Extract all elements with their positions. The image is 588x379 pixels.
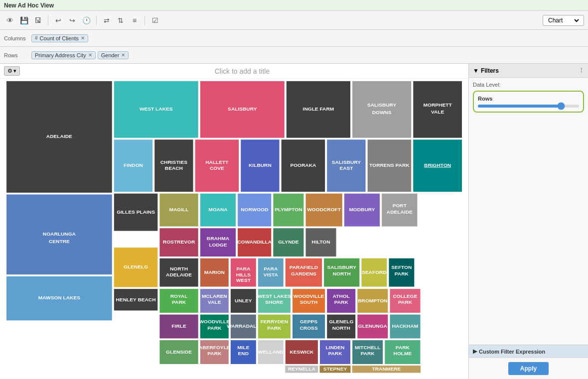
svg-rect-16	[154, 139, 193, 192]
check-icon[interactable]: ☑	[149, 14, 161, 26]
gear-icon: ⚙	[7, 68, 12, 74]
svg-rect-143	[258, 340, 284, 365]
count-clients-tag[interactable]: # Count of Clients ✕	[31, 34, 88, 42]
gender-label: Gender	[101, 52, 120, 58]
svg-rect-140	[230, 340, 257, 365]
svg-rect-22	[240, 139, 280, 192]
svg-rect-11	[413, 81, 462, 138]
columns-bar: Columns # Count of Clients ✕	[0, 30, 588, 47]
switch-icon[interactable]: ⇄	[101, 14, 113, 26]
svg-rect-31	[413, 139, 462, 192]
svg-rect-125	[292, 314, 325, 339]
toolbar: 👁 💾 🖫 ↩ ↪ 🕐 ⇄ ⇅ ≡ ☑ Chart Table Crosstab	[0, 11, 588, 30]
svg-rect-2	[114, 81, 199, 138]
svg-rect-83	[323, 258, 360, 287]
save-icon[interactable]: 💾	[18, 14, 30, 26]
count-clients-close[interactable]: ✕	[81, 35, 85, 41]
chart-title-bar: ⚙ ▾ Click to add a title	[0, 64, 468, 79]
svg-rect-53	[159, 228, 198, 257]
columns-label: Columns	[4, 35, 31, 41]
svg-rect-40	[200, 193, 236, 227]
gender-close[interactable]: ✕	[121, 52, 125, 58]
primary-address-label: Primary Address City	[35, 52, 86, 58]
primary-address-tag[interactable]: Primary Address City ✕	[31, 51, 96, 59]
svg-rect-26	[326, 139, 366, 192]
svg-rect-8	[352, 81, 412, 138]
svg-rect-112	[389, 288, 421, 313]
svg-rect-6	[286, 81, 351, 138]
view-icon[interactable]: 👁	[4, 14, 16, 26]
undo-icon[interactable]: ↩	[52, 14, 64, 26]
rows-label: Rows	[4, 52, 31, 58]
sep3	[145, 15, 145, 25]
apply-button[interactable]: Apply	[508, 362, 549, 375]
svg-rect-48	[344, 193, 380, 227]
svg-rect-36	[114, 193, 158, 232]
svg-rect-86	[361, 258, 387, 287]
svg-rect-128	[326, 314, 356, 339]
primary-address-close[interactable]: ✕	[88, 52, 92, 58]
svg-rect-60	[273, 228, 304, 257]
svg-rect-158	[319, 366, 351, 373]
svg-rect-93	[159, 288, 198, 313]
format-icon[interactable]: ≡	[129, 14, 141, 26]
filter-range-bar	[478, 105, 579, 108]
sep2	[96, 15, 97, 25]
sort-icon[interactable]: ⇅	[115, 14, 127, 26]
custom-filter-section[interactable]: ▶ Custom Filter Expression	[469, 345, 588, 358]
svg-rect-99	[230, 288, 257, 313]
save-as-icon[interactable]: 🖫	[32, 14, 44, 26]
svg-rect-122	[258, 314, 291, 339]
svg-rect-24	[281, 139, 326, 192]
filter-icon: ▼	[473, 67, 479, 74]
gender-tag[interactable]: Gender ✕	[98, 51, 129, 59]
chart-type-dropdown[interactable]: Chart Table Crosstab	[543, 15, 584, 26]
svg-rect-0	[6, 81, 113, 193]
svg-rect-38	[159, 193, 198, 227]
apply-btn-bar: Apply	[469, 358, 588, 379]
svg-rect-115	[159, 314, 198, 339]
svg-rect-50	[381, 193, 418, 227]
svg-rect-4	[200, 81, 285, 138]
svg-rect-160	[352, 366, 421, 373]
rows-filter-label: Rows	[478, 96, 579, 102]
custom-filter-label: Custom Filter Expression	[479, 349, 545, 355]
svg-rect-73	[230, 258, 257, 287]
chart-title-placeholder[interactable]: Click to add a title	[20, 67, 464, 75]
svg-rect-150	[352, 340, 383, 365]
svg-rect-80	[285, 258, 322, 287]
svg-rect-19	[195, 139, 240, 192]
filters-header: ▼ Filters ⋮	[469, 64, 588, 78]
gear-dropdown-arrow: ▾	[13, 68, 16, 74]
filters-spacer	[469, 215, 588, 345]
history-icon[interactable]: 🕐	[80, 14, 92, 26]
svg-rect-44	[273, 193, 304, 227]
filters-panel: ▼ Filters ⋮ Data Level: Rows ▶ Custom Fi…	[468, 64, 588, 379]
count-clients-label: Count of Clients	[40, 35, 79, 41]
svg-rect-33	[6, 194, 113, 275]
sep1	[48, 15, 48, 25]
svg-rect-71	[200, 258, 229, 287]
svg-rect-58	[237, 228, 272, 257]
main-area: ⚙ ▾ Click to add a title ADELAIDE WEST L…	[0, 64, 588, 379]
filters-content: Data Level: Rows	[469, 78, 588, 215]
svg-rect-156	[285, 366, 318, 373]
svg-rect-133	[389, 314, 421, 339]
svg-rect-91	[114, 288, 158, 311]
svg-rect-64	[6, 276, 113, 321]
svg-rect-110	[357, 288, 388, 313]
svg-rect-135	[159, 340, 198, 365]
treemap-chart: ADELAIDE WEST LAKES SALISBURY INGLE FARM…	[6, 81, 462, 373]
chart-content: ⚙ ▾ Click to add a title ADELAIDE WEST L…	[0, 64, 468, 379]
chart-type-select[interactable]: Chart Table Crosstab	[546, 16, 581, 24]
panel-options-icon[interactable]: ⋮	[579, 67, 584, 74]
svg-rect-131	[357, 314, 388, 339]
redo-icon[interactable]: ↪	[66, 14, 78, 26]
svg-rect-46	[305, 193, 342, 227]
gear-button[interactable]: ⚙ ▾	[4, 66, 20, 76]
svg-rect-153	[384, 340, 421, 365]
filter-range-input[interactable]	[478, 105, 579, 108]
custom-filter-arrow: ▶	[473, 348, 477, 355]
filters-title: Filters	[481, 67, 499, 74]
svg-rect-68	[159, 258, 198, 287]
